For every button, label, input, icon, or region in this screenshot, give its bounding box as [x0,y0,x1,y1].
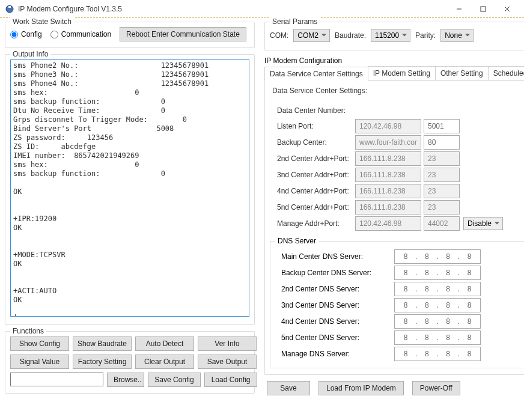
center4-port-input[interactable] [424,184,460,198]
close-window-button[interactable] [495,1,519,17]
communication-radio[interactable]: Communication [50,30,111,38]
manage-addr-input[interactable] [355,216,421,231]
browse-button[interactable]: Browse.. [107,373,144,387]
output-info-group: Output Info sms Phone2 No.: 12345678901 … [5,54,255,325]
dns-legend: DNS Server [275,237,318,245]
center2-addr-input[interactable] [355,151,421,166]
dns-5-label: 5nd Center DNS Server: [275,333,394,342]
dns-backup-input[interactable]: ... [394,266,481,280]
app-icon [5,4,14,14]
signal-value-button[interactable]: Signal Value [10,355,69,369]
serial-params-legend: Serial Params [270,17,320,26]
center2-label: 2nd Center Addr+Port: [272,154,355,163]
data-service-center-panel: Data Service Center Settings: Data Cente… [264,81,524,375]
listen-port-input[interactable] [424,119,460,133]
work-state-switch-group: Work State Switch Config Communication R… [5,22,255,48]
save-button[interactable]: Save [267,381,310,395]
center4-label: 4nd Center Addr+Port: [272,187,355,195]
config-radio[interactable]: Config [10,30,42,38]
dns-server-group: DNS Server Main Center DNS Server:... Ba… [270,241,524,368]
minimize-button[interactable] [447,1,471,17]
load-config-button[interactable]: Load Config [204,373,257,387]
dns-2-input[interactable]: ... [394,282,481,296]
dns-main-input[interactable]: ... [394,249,481,264]
center5-label: 5nd Center Addr+Port: [272,203,355,212]
clear-output-button[interactable]: Clear Output [135,355,194,369]
dns-5-input[interactable]: ... [394,330,481,345]
tab-other-setting[interactable]: Other Setting [435,66,489,80]
tab-ip-modem-setting[interactable]: IP Modem Setting [368,66,436,80]
ip-modem-config-label: IP Modem Configuration [264,56,524,65]
browse-path-input[interactable] [10,373,103,386]
window-title: IP Modem Configure Tool V1.3.5 [18,5,447,13]
maximize-button[interactable] [471,1,495,17]
backup-addr-input[interactable] [355,135,421,150]
output-info-legend: Output Info [10,50,50,58]
auto-detect-button[interactable]: Auto Detect [135,336,194,351]
manage-addr-label: Manage Addr+Port: [272,219,355,228]
communication-radio-input[interactable] [50,31,58,38]
config-tabs: Data Service Center Settings IP Modem Se… [264,66,524,81]
ver-info-button[interactable]: Ver Info [198,336,257,351]
dns-3-input[interactable]: ... [394,298,481,312]
center4-addr-input[interactable] [355,184,421,198]
functions-group: Functions Show Config Show Baudrate Auto… [5,331,255,394]
titlebar: IP Modem Configure Tool V1.3.5 [0,0,524,18]
center5-addr-input[interactable] [355,200,421,215]
dns-3-label: 3nd Center DNS Server: [275,301,394,309]
com-label: COM: [270,31,288,40]
work-state-legend: Work State Switch [10,17,74,26]
factory-setting-button[interactable]: Factory Setting [73,355,132,369]
center3-label: 3nd Center Addr+Port: [272,171,355,179]
svg-rect-3 [481,7,486,11]
parity-select[interactable]: None [440,29,474,42]
baudrate-label: Baudrate: [335,31,366,40]
center3-port-input[interactable] [424,168,460,182]
manage-mode-select[interactable]: Disable [463,217,503,230]
tab-data-service-center[interactable]: Data Service Center Settings [264,67,368,81]
communication-radio-label: Communication [61,30,111,38]
dns-backup-label: Backup Center DNS Server: [275,269,394,277]
functions-legend: Functions [10,327,46,335]
show-baudrate-button[interactable]: Show Baudrate [73,336,132,351]
dns-4-input[interactable]: ... [394,314,481,329]
data-center-number-label: Data Center Number: [272,106,355,115]
output-textarea[interactable]: sms Phone2 No.: 12345678901 sms Phone3 N… [10,59,249,317]
listen-addr-input[interactable] [355,119,421,133]
manage-port-input[interactable] [424,216,460,231]
center3-addr-input[interactable] [355,168,421,182]
save-config-button[interactable]: Save Config [148,373,201,387]
parity-label: Parity: [415,31,436,40]
listen-port-label: Listen Port: [272,122,355,130]
dns-2-label: 2nd Center DNS Server: [275,285,394,293]
center5-port-input[interactable] [424,200,460,215]
dsc-heading: Data Service Center Settings: [272,87,524,95]
backup-port-input[interactable] [424,135,460,150]
show-config-button[interactable]: Show Config [10,336,69,351]
save-output-button[interactable]: Save Output [198,355,257,369]
dns-manage-label: Manage DNS Server: [275,350,394,358]
load-from-modem-button[interactable]: Load From IP Modem [318,381,404,395]
dns-main-label: Main Center DNS Server: [275,252,394,261]
baudrate-select[interactable]: 115200 [371,29,410,42]
config-radio-input[interactable] [10,31,18,38]
center2-port-input[interactable] [424,151,460,166]
backup-center-label: Backup Center: [272,138,355,147]
svg-rect-1 [8,6,11,8]
dns-4-label: 4nd Center DNS Server: [275,317,394,326]
dns-manage-input[interactable]: ... [394,347,481,361]
power-off-button[interactable]: Power-Off [412,381,460,395]
serial-params-group: Serial Params COM: COM2 Baudrate: 115200… [264,22,524,50]
tab-scheduled-power[interactable]: Scheduled Pow [488,66,524,80]
com-select[interactable]: COM2 [293,29,330,42]
config-radio-label: Config [21,30,42,38]
reboot-button[interactable]: Reboot Enter Communication State [120,27,246,41]
